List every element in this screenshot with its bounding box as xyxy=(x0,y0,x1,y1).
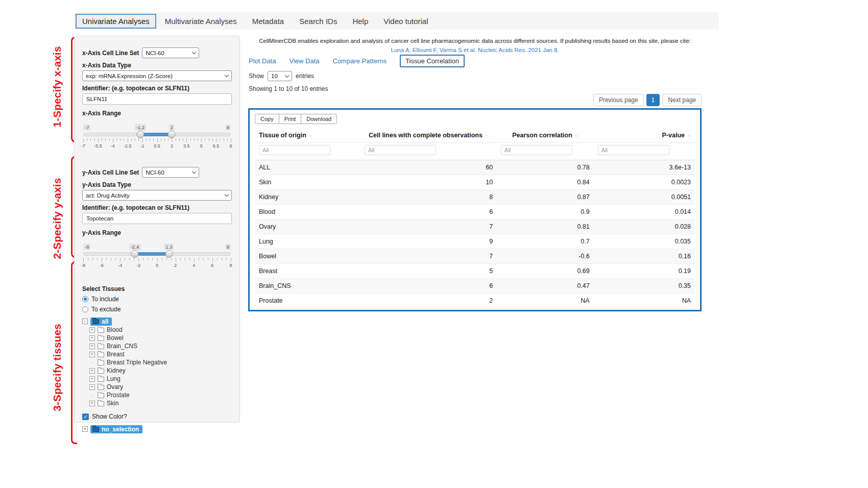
tab-plot-data[interactable]: Plot Data xyxy=(249,57,276,65)
column-header-p-value[interactable]: P-value↑↓ xyxy=(594,128,695,143)
filter-input-pearson-correlation[interactable] xyxy=(501,145,572,155)
table-row-skin[interactable]: Skin100.840.0023 xyxy=(255,175,695,190)
nav-item-multivariate-analyses[interactable]: Multivariate Analyses xyxy=(158,14,244,29)
nav-item-video-tutorial[interactable]: Video tutorial xyxy=(377,14,435,29)
slider-handle-from[interactable] xyxy=(136,131,144,138)
expand-icon[interactable]: + xyxy=(89,401,95,406)
nav-item-metadata[interactable]: Metadata xyxy=(246,14,291,29)
slider-tick xyxy=(88,258,88,260)
tree-item-lung[interactable]: +Lung xyxy=(82,375,232,383)
x-cell-line-set-select[interactable]: NCI-60 xyxy=(142,47,199,58)
folder-icon xyxy=(98,352,104,357)
table-row-lung[interactable]: Lung90.70.035 xyxy=(255,234,695,249)
slider-tick xyxy=(176,258,176,262)
slider-selected-range[interactable] xyxy=(135,252,169,256)
y-axis-range-slider[interactable]: -8 8 -2.4 1.3 -8-6-4-202468 xyxy=(83,250,231,276)
current-page-button[interactable]: 1 xyxy=(646,94,660,106)
radio-to-include[interactable]: To include xyxy=(82,296,232,303)
slider-tick xyxy=(102,138,102,141)
tab-view-data[interactable]: View Data xyxy=(289,57,319,65)
tab-tissue-correlation[interactable]: Tissue Correlation xyxy=(400,55,465,67)
x-identifier-input[interactable] xyxy=(82,93,232,105)
slider-handle-to[interactable] xyxy=(165,250,173,258)
tree-item-breast-triple-negative[interactable]: -Breast Triple Negative xyxy=(82,358,232,367)
slider-handle-to[interactable] xyxy=(168,131,176,138)
tree-root-no-selection[interactable]: + no_selection xyxy=(82,425,232,433)
slider-handle-from[interactable] xyxy=(131,250,139,258)
tree-item-blood[interactable]: +Blood xyxy=(82,326,232,334)
download-button[interactable]: Download xyxy=(301,114,337,124)
x-data-type-select[interactable]: exp: mRNA Expression (Z-Score) xyxy=(82,70,232,81)
table-row-breast[interactable]: Breast50.690.19 xyxy=(255,264,695,279)
column-header-pearson-correlation[interactable]: Pearson correlation↑↓ xyxy=(497,128,594,143)
tree-item-bowel[interactable]: +Bowel xyxy=(82,334,232,342)
tissue-include-exclude-radios: To includeTo exclude xyxy=(82,296,232,313)
cell-pearson: 0.87 xyxy=(497,190,594,205)
cell-tissue: Breast xyxy=(255,264,360,279)
column-header-cell-lines-with-complete-observations[interactable]: Cell lines with complete observations↑↓ xyxy=(360,128,497,143)
column-header-tissue-of-origin[interactable]: Tissue of origin↑↓ xyxy=(255,128,360,143)
y-data-type-value: act: Drug Activity xyxy=(86,192,130,199)
table-filter-row xyxy=(255,143,695,160)
table-row-blood[interactable]: Blood60.90.014 xyxy=(255,205,695,219)
next-page-button[interactable]: Next page xyxy=(662,94,702,106)
slider-selected-range[interactable] xyxy=(140,133,172,136)
table-row-bowel[interactable]: Bowel7-0.60.16 xyxy=(255,249,695,264)
slider-tick-label: 3.5 xyxy=(183,143,190,149)
tab-compare-patterns[interactable]: Compare Patterns xyxy=(333,57,387,65)
tree-root-all[interactable]: − all xyxy=(82,317,232,326)
cell-pearson: 0.81 xyxy=(497,219,594,234)
tree-item-skin[interactable]: +Skin xyxy=(82,399,232,407)
y-cell-line-set-select[interactable]: NCI-60 xyxy=(142,167,199,178)
show-color-row[interactable]: ✓ Show Color? xyxy=(82,413,232,420)
nav-item-univariate-analyses[interactable]: Univariate Analyses xyxy=(76,14,156,29)
table-row-kidney[interactable]: Kidney80.870.0051 xyxy=(255,190,695,205)
tree-item-prostate[interactable]: -Prostate xyxy=(82,391,232,399)
tree-item-ovary[interactable]: +Ovary xyxy=(82,383,232,391)
expand-icon[interactable]: + xyxy=(89,376,95,382)
filter-input-p-value[interactable] xyxy=(598,145,669,155)
filter-input-cell-lines-with-complete-observations[interactable] xyxy=(365,145,436,155)
expand-icon[interactable]: + xyxy=(89,335,95,341)
expand-icon[interactable]: + xyxy=(89,327,95,333)
radio-label: To exclude xyxy=(91,306,120,313)
previous-page-button[interactable]: Previous page xyxy=(593,94,644,106)
no-selection-label: no_selection xyxy=(102,426,139,433)
tree-item-label: Skin xyxy=(107,400,118,407)
table-row-prostate[interactable]: Prostate2NANA xyxy=(255,294,695,308)
y-identifier-input[interactable] xyxy=(82,213,232,224)
y-cell-line-set-value: NCI-60 xyxy=(146,169,164,176)
x-axis-range-slider[interactable]: -7 8 -1.2 2 -7-5.5-4-2.5-10.523.556.58 xyxy=(83,130,231,157)
slider-tick xyxy=(113,138,113,142)
expand-icon[interactable]: + xyxy=(89,384,95,390)
expand-icon[interactable]: + xyxy=(82,426,88,432)
expand-icon[interactable]: + xyxy=(89,352,95,357)
table-row-ovary[interactable]: Ovary70.810.028 xyxy=(255,219,695,234)
slider-tick xyxy=(125,258,125,260)
print-button[interactable]: Print xyxy=(279,114,302,124)
slider-tick xyxy=(153,138,154,141)
filter-input-tissue-of-origin[interactable] xyxy=(259,145,330,155)
cell-cell-lines: 5 xyxy=(360,264,497,279)
y-data-type-select[interactable]: act: Drug Activity xyxy=(82,190,232,201)
expand-icon[interactable]: + xyxy=(89,368,95,374)
radio-to-exclude[interactable]: To exclude xyxy=(82,306,232,313)
collapse-icon[interactable]: − xyxy=(82,319,88,324)
page-length-select[interactable]: 10 xyxy=(268,71,292,81)
nav-item-search-ids[interactable]: Search IDs xyxy=(293,14,344,29)
cell-p-value: NA xyxy=(594,294,695,308)
table-row-all[interactable]: ALL600.783.6e-13 xyxy=(255,160,695,175)
citation-link[interactable]: Luna A, Elloumi F, Varma S et al. Nuclei… xyxy=(248,46,702,55)
nav-item-help[interactable]: Help xyxy=(346,14,375,29)
copy-button[interactable]: Copy xyxy=(255,114,279,124)
table-row-brain-cns[interactable]: Brain_CNS60.470.35 xyxy=(255,279,695,294)
show-color-checkbox[interactable]: ✓ xyxy=(82,413,89,420)
slider-from-label: -1.2 xyxy=(135,124,146,131)
tree-item-breast[interactable]: +Breast xyxy=(82,350,232,358)
tree-item-brain-cns[interactable]: +Brain_CNS xyxy=(82,342,232,350)
tree-item-kidney[interactable]: +Kidney xyxy=(82,367,232,375)
expand-icon[interactable]: + xyxy=(89,344,95,349)
slider-tick xyxy=(208,258,208,260)
slider-tick xyxy=(209,138,209,141)
show-label: Show xyxy=(249,72,264,80)
